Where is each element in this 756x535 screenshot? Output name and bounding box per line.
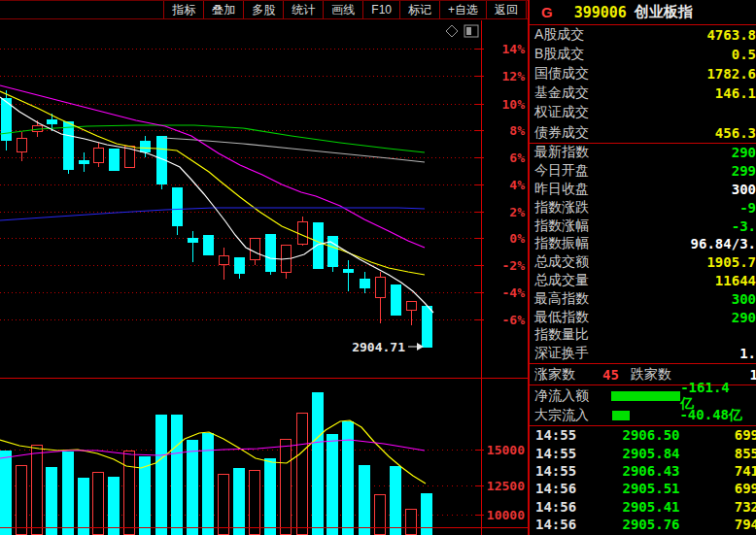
toolbar-button[interactable]: 叠加 xyxy=(203,1,243,18)
volume-bar xyxy=(297,414,308,535)
candle-body xyxy=(265,234,276,272)
row-value: 299 xyxy=(732,163,756,179)
candle-body xyxy=(172,187,183,226)
candle-body xyxy=(47,119,57,124)
volume-bar xyxy=(312,392,324,535)
tick-row: 14:552906.43741 xyxy=(530,462,756,480)
flow-bar xyxy=(612,411,630,420)
table-row: 权证成交 xyxy=(530,103,756,122)
toolbar-button[interactable]: F10 xyxy=(362,1,399,18)
candle-body xyxy=(234,257,245,274)
row-label: A股成交 xyxy=(534,26,584,44)
table-row: A股成交4763.8 xyxy=(530,25,756,45)
row-value: 300 xyxy=(732,291,756,307)
volume-bar xyxy=(124,451,135,535)
row-value: 11644 xyxy=(715,273,756,288)
fund-flow-rows: 净流入额-161.4亿大宗流入-40.48亿 xyxy=(530,385,756,426)
toolbar-button[interactable]: 标记 xyxy=(399,1,439,18)
tick-row: 14:562905.41732 xyxy=(530,498,756,516)
table-row: 最高指数300 xyxy=(530,289,756,308)
row-label: 基金成交 xyxy=(534,84,589,102)
decliners-label: 跌家数 xyxy=(631,366,671,384)
table-row: 昨日收盘300 xyxy=(530,181,756,199)
toolbar-button[interactable]: 多股 xyxy=(243,1,283,18)
kline-and-volume-chart[interactable]: 14%12%10%8%6%4%2%0%-2%-4%-6%150001250010… xyxy=(0,0,528,535)
candle-body xyxy=(220,256,229,265)
tick-vol: 699 xyxy=(706,427,756,443)
tick-time: 14:55 xyxy=(530,446,596,461)
toolbar-buttons: 指标叠加多股统计画线F10标记+自选返回 xyxy=(163,1,528,18)
tick-price: 2906.43 xyxy=(596,463,706,479)
toolbar-button[interactable]: 指标 xyxy=(163,1,203,18)
tick-time: 14:56 xyxy=(530,481,596,496)
candle-body xyxy=(422,306,432,348)
tick-vol: 741 xyxy=(706,463,756,479)
axis-label: 15000 xyxy=(487,443,525,457)
row-value: 290 xyxy=(732,310,756,325)
row-label: 最高指数 xyxy=(534,290,589,308)
volume-bar xyxy=(264,458,276,535)
axis-label: 12500 xyxy=(487,479,525,493)
table-row: 深证换手1. xyxy=(530,345,756,363)
volume-bar xyxy=(0,451,12,535)
volume-bar xyxy=(171,415,183,535)
advancers-count: 45 xyxy=(602,367,619,383)
row-label: B股成交 xyxy=(534,46,584,63)
quote-header: G 399006 创业板指 xyxy=(530,0,756,25)
table-row: 今日开盘299 xyxy=(530,162,756,181)
tick-time: 14:55 xyxy=(530,463,596,479)
table-row: 指数振幅96.84/3. xyxy=(530,235,756,253)
volume-bar xyxy=(17,466,27,535)
toolbar-button[interactable]: 画线 xyxy=(323,1,362,18)
axis-label: 8% xyxy=(509,123,525,138)
axis-label: 12% xyxy=(502,69,526,84)
axis-label: -6% xyxy=(502,313,526,327)
row-label: 最低指数 xyxy=(534,309,589,326)
tick-time: 14:55 xyxy=(530,427,596,443)
toolbar-button[interactable]: 返回 xyxy=(486,1,527,18)
row-label: 最新指数 xyxy=(534,144,589,161)
candle-body xyxy=(313,222,324,269)
table-row: 基金成交146.1 xyxy=(530,84,756,103)
volume-bar xyxy=(108,477,120,535)
axis-label: 6% xyxy=(509,150,525,165)
axis-label: 4% xyxy=(509,178,525,192)
tick-row: 14:562905.76794 xyxy=(530,516,756,533)
tick-price: 2905.41 xyxy=(596,499,706,515)
stock-name: 创业板指 xyxy=(635,3,693,21)
quote-panel: G 399006 创业板指 A股成交4763.8B股成交0.5国债成交1782.… xyxy=(528,0,756,535)
candle-body xyxy=(391,284,401,316)
row-label: 总成交量 xyxy=(534,272,589,289)
table-row: 指数涨跌-9 xyxy=(530,198,756,217)
tick-vol: 732 xyxy=(706,499,756,515)
candle-body xyxy=(63,121,74,170)
table-row: 总成交额1905.7 xyxy=(530,253,756,272)
tick-list: 14:552906.5069914:552905.8485514:552906.… xyxy=(530,426,756,535)
candle-body xyxy=(327,236,338,267)
row-value: 456.3 xyxy=(715,125,756,141)
row-label: 债券成交 xyxy=(534,124,589,142)
axis-label: -4% xyxy=(502,285,526,300)
axis-label: -2% xyxy=(502,258,526,273)
axis-label: 10000 xyxy=(487,508,525,522)
tick-price: 2905.76 xyxy=(596,517,706,532)
diamond-icon[interactable] xyxy=(446,25,458,37)
flow-value: -40.48亿 xyxy=(679,407,742,424)
trading-app-window: 14%12%10%8%6%4%2%0%-2%-4%-6%150001250010… xyxy=(0,0,756,535)
volume-bar xyxy=(202,433,214,535)
group-marker: G xyxy=(541,4,553,20)
decliners-count: 1 xyxy=(750,367,756,383)
toolbar-button[interactable]: 统计 xyxy=(283,1,323,18)
toolbar-button[interactable]: +自选 xyxy=(439,1,486,18)
candle-body xyxy=(94,149,104,163)
row-value: -3. xyxy=(732,218,756,234)
volume-bar xyxy=(46,467,57,535)
candle-body xyxy=(298,222,308,245)
row-label: 国债成交 xyxy=(534,65,589,83)
ma-line xyxy=(163,138,425,162)
candle-body xyxy=(360,279,370,288)
tick-row: 14:562905.51699 xyxy=(530,480,756,497)
toolbar: 指标叠加多股统计画线F10标记+自选返回 xyxy=(0,0,528,19)
volume-bar xyxy=(187,440,198,535)
volume-bar xyxy=(155,415,167,535)
